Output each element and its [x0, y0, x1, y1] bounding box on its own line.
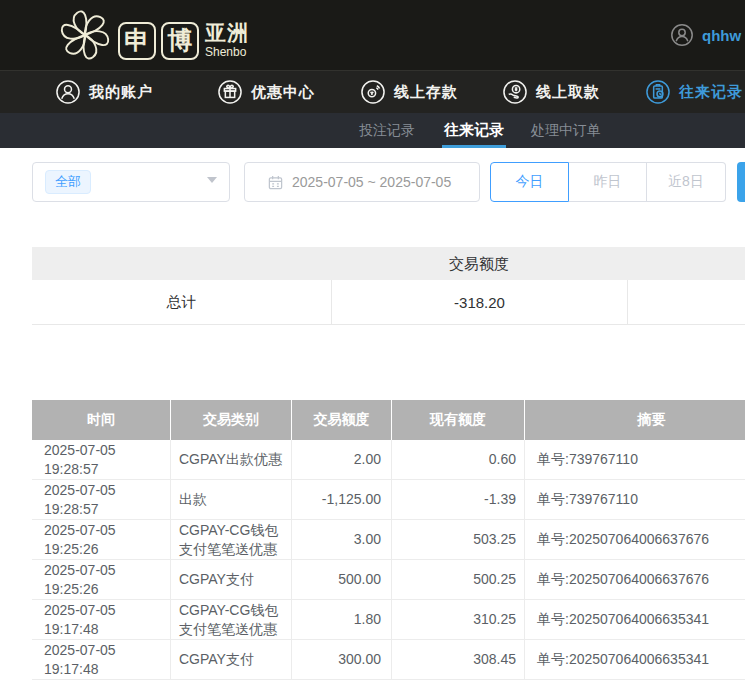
- transactions-table: 时间 交易类别 交易额度 现有额度 摘要 2025-07-05 19:28:57…: [32, 400, 745, 680]
- tab-pending-orders[interactable]: 处理中订单: [531, 113, 601, 148]
- summary-total-value: -318.20: [331, 280, 627, 324]
- cell-balance: 503.25: [391, 520, 524, 559]
- brand-logo[interactable]: 申 博 亚洲 Shenbo: [54, 3, 249, 65]
- summary-total-row: 总计 -318.20: [32, 280, 745, 325]
- calendar-icon: [267, 174, 284, 191]
- main-nav: 我的账户 优惠中心 线上存款: [0, 70, 745, 113]
- tab-transaction-records[interactable]: 往来记录: [444, 113, 504, 148]
- nav-label: 我的账户: [89, 83, 153, 102]
- cell-amount: 2.00: [291, 440, 391, 479]
- date-range-value: 2025-07-05 ~ 2025-07-05: [292, 174, 451, 190]
- nav-item-transaction-records[interactable]: 往来记录: [645, 71, 743, 113]
- last-8-days-button[interactable]: 近8日: [647, 162, 726, 202]
- transaction-records-page: 申 博 亚洲 Shenbo qhhw 我的账户: [0, 0, 745, 680]
- cell-time: 2025-07-05 19:28:57: [32, 480, 170, 519]
- cell-type: 出款: [170, 480, 291, 519]
- nav-item-online-withdraw[interactable]: 线上取款: [502, 71, 600, 113]
- summary-total-label: 总计: [32, 280, 331, 324]
- nav-item-promotions[interactable]: 优惠中心: [217, 71, 315, 113]
- nav-item-online-deposit[interactable]: 线上存款: [360, 71, 458, 113]
- cell-amount: 1.80: [291, 600, 391, 639]
- table-row: 2025-07-05 19:17:48 CGPAY支付 300.00 308.4…: [32, 640, 745, 680]
- cell-summary: 单号:202507064006635341: [524, 640, 745, 679]
- cell-amount: -1,125.00: [291, 480, 391, 519]
- summary-header-amount: 交易额度: [331, 247, 627, 280]
- cell-type: CGPAY支付: [170, 640, 291, 679]
- cell-balance: 310.25: [391, 600, 524, 639]
- logo-char-shen: 申: [118, 22, 156, 60]
- top-header: 申 博 亚洲 Shenbo qhhw: [0, 0, 745, 70]
- gift-icon: [217, 79, 243, 105]
- logo-region-cn: 亚洲: [205, 21, 249, 45]
- logo-region-text: 亚洲 Shenbo: [205, 21, 249, 59]
- nav-label: 线上取款: [536, 83, 600, 102]
- col-header-time: 时间: [32, 400, 170, 440]
- logo-region-en: Shenbo: [205, 45, 249, 59]
- cell-balance: 308.45: [391, 640, 524, 679]
- yesterday-button[interactable]: 昨日: [569, 162, 647, 202]
- sub-nav: 投注记录 往来记录 处理中订单: [0, 113, 745, 148]
- cell-time: 2025-07-05 19:28:57: [32, 440, 170, 479]
- active-tab-underline: [442, 145, 506, 148]
- chevron-down-icon: [207, 177, 217, 183]
- tab-label: 往来记录: [444, 121, 504, 138]
- avatar-icon: [670, 23, 694, 47]
- table-row: 2025-07-05 19:28:57 CGPAY出款优惠 2.00 0.60 …: [32, 440, 745, 480]
- nav-label: 线上存款: [394, 83, 458, 102]
- col-header-amount: 交易额度: [291, 400, 391, 440]
- user-account-area[interactable]: qhhw: [670, 23, 741, 47]
- person-icon: [55, 79, 81, 105]
- summary-table: 交易额度 总计 -318.20: [32, 247, 745, 325]
- cell-type: CGPAY-CG钱包支付笔笔送优惠: [170, 600, 291, 639]
- nav-label: 往来记录: [679, 83, 743, 102]
- cell-summary: 单号:202507064006635341: [524, 600, 745, 639]
- cell-time: 2025-07-05 19:17:48: [32, 640, 170, 679]
- records-clipboard-icon: [645, 79, 671, 105]
- table-header-row: 时间 交易类别 交易额度 现有额度 摘要: [32, 400, 745, 440]
- cell-balance: -1.39: [391, 480, 524, 519]
- col-header-summary: 摘要: [524, 400, 745, 440]
- category-select[interactable]: 全部: [32, 162, 230, 202]
- table-row: 2025-07-05 19:28:57 出款 -1,125.00 -1.39 单…: [32, 480, 745, 520]
- table-row: 2025-07-05 19:25:26 CGPAY-CG钱包支付笔笔送优惠 3.…: [32, 520, 745, 560]
- nav-item-my-account[interactable]: 我的账户: [55, 71, 153, 113]
- cell-balance: 500.25: [391, 560, 524, 599]
- cell-type: CGPAY支付: [170, 560, 291, 599]
- today-button[interactable]: 今日: [490, 162, 569, 202]
- cell-type: CGPAY出款优惠: [170, 440, 291, 479]
- summary-header-row: 交易额度: [32, 247, 745, 280]
- cell-summary: 单号:202507064006637676: [524, 560, 745, 599]
- cell-time: 2025-07-05 19:17:48: [32, 600, 170, 639]
- quick-date-button-group: 今日 昨日 近8日: [490, 162, 726, 202]
- deposit-coin-icon: [360, 79, 386, 105]
- cell-type: CGPAY-CG钱包支付笔笔送优惠: [170, 520, 291, 559]
- cell-summary: 单号:739767110: [524, 480, 745, 519]
- cell-amount: 500.00: [291, 560, 391, 599]
- date-range-input[interactable]: 2025-07-05 ~ 2025-07-05: [244, 162, 480, 202]
- cell-summary: 单号:202507064006637676: [524, 520, 745, 559]
- logo-char-bo: 博: [161, 22, 199, 60]
- username[interactable]: qhhw: [702, 27, 741, 44]
- cell-time: 2025-07-05 19:25:26: [32, 520, 170, 559]
- cell-amount: 3.00: [291, 520, 391, 559]
- category-tag-all[interactable]: 全部: [45, 170, 91, 194]
- col-header-balance: 现有额度: [391, 400, 524, 440]
- nav-label: 优惠中心: [251, 83, 315, 102]
- cell-amount: 300.00: [291, 640, 391, 679]
- summary-empty-cell: [627, 280, 745, 324]
- cell-time: 2025-07-05 19:25:26: [32, 560, 170, 599]
- tab-bet-records[interactable]: 投注记录: [359, 113, 415, 148]
- table-row: 2025-07-05 19:17:48 CGPAY-CG钱包支付笔笔送优惠 1.…: [32, 600, 745, 640]
- cell-balance: 0.60: [391, 440, 524, 479]
- cell-summary: 单号:739767110: [524, 440, 745, 479]
- withdraw-coin-icon: [502, 79, 528, 105]
- table-row: 2025-07-05 19:25:26 CGPAY支付 500.00 500.2…: [32, 560, 745, 600]
- col-header-type: 交易类别: [170, 400, 291, 440]
- lotus-flower-icon: [54, 3, 116, 65]
- search-button-partial[interactable]: [737, 162, 745, 202]
